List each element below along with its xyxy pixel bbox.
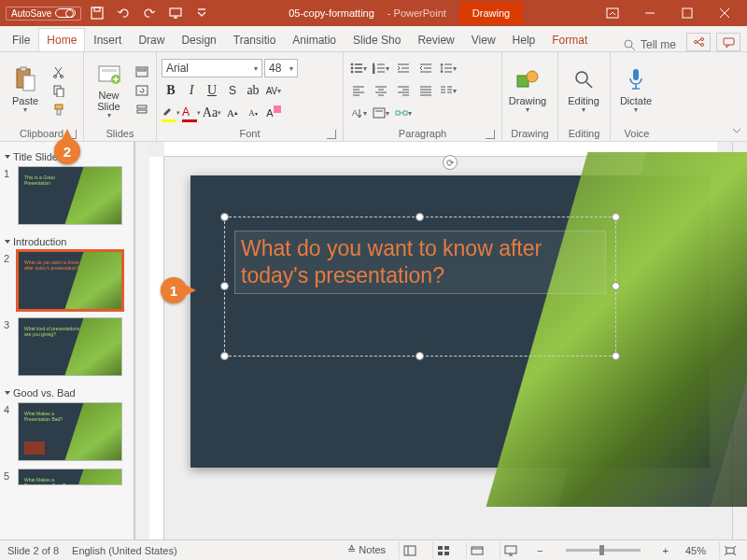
qat-customize-button[interactable] (191, 3, 212, 23)
title-text[interactable]: What do you want to know after today's p… (234, 231, 606, 294)
align-left-button[interactable] (348, 81, 369, 100)
zoom-out-button[interactable]: − (533, 545, 546, 556)
new-slide-button[interactable]: New Slide▾ (89, 59, 129, 122)
thumbnail-5[interactable]: What Makes a Presentation Good? (18, 469, 122, 485)
underline-button[interactable]: U (203, 81, 221, 100)
tab-insert[interactable]: Insert (85, 28, 130, 51)
collapse-ribbon-button[interactable] (730, 124, 743, 137)
notes-button[interactable]: ≙ Notes (347, 544, 386, 556)
grow-font-button[interactable]: A▴ (223, 104, 242, 122)
align-right-button[interactable] (393, 81, 414, 100)
tab-review[interactable]: Review (409, 28, 462, 51)
thumbnail-3[interactable]: What kind of presentations are you givin… (18, 317, 122, 376)
rotate-handle[interactable]: ⟳ (443, 155, 458, 170)
autosave-toggle[interactable]: AutoSave (6, 7, 81, 21)
resize-handle-ml[interactable] (220, 282, 229, 290)
align-text-button[interactable]: ▾ (371, 104, 391, 122)
tab-transitions[interactable]: Transitio (225, 28, 285, 51)
text-direction-button[interactable]: A▾ (348, 104, 369, 122)
font-family-selector[interactable]: Arial▾ (162, 59, 262, 77)
slide-thumbnails-pane[interactable]: Title Slide 1This Is a Great Presentatio… (0, 142, 134, 539)
align-center-button[interactable] (371, 81, 391, 100)
tab-view[interactable]: View (463, 28, 504, 51)
cut-button[interactable] (49, 63, 68, 80)
tab-animations[interactable]: Animatio (284, 28, 345, 51)
thumbnail-1[interactable]: This Is a Great Presentation (18, 166, 122, 225)
resize-handle-mr[interactable] (612, 282, 620, 290)
layout-button[interactable] (133, 63, 151, 80)
reading-view-button[interactable] (466, 542, 486, 559)
language-indicator[interactable]: English (United States) (72, 545, 177, 556)
tab-slideshow[interactable]: Slide Sho (345, 28, 409, 51)
slide-indicator[interactable]: Slide 2 of 8 (7, 545, 59, 556)
resize-handle-bm[interactable] (416, 352, 424, 360)
share-button[interactable] (686, 33, 711, 51)
maximize-button[interactable] (669, 0, 706, 26)
paste-button[interactable]: Paste▾ (5, 59, 46, 122)
resize-handle-bl[interactable] (220, 352, 229, 360)
tab-file[interactable]: File (4, 28, 38, 51)
paragraph-launcher[interactable] (486, 130, 495, 139)
change-case-button[interactable]: Aa▾ (203, 104, 221, 122)
redo-button[interactable] (139, 3, 160, 23)
line-spacing-button[interactable]: ▾ (438, 59, 458, 77)
shrink-font-button[interactable]: A▾ (244, 104, 262, 122)
section-introduction[interactable]: Introduction (4, 232, 130, 251)
dictate-button[interactable]: Dictate▾ (615, 59, 656, 122)
resize-handle-tr[interactable] (612, 213, 620, 221)
tab-format[interactable]: Format (543, 28, 596, 51)
thumbnail-4[interactable]: What Makes a Presentation Bad? (18, 402, 122, 461)
zoom-in-button[interactable]: + (659, 545, 672, 556)
resize-handle-tm[interactable] (416, 213, 424, 221)
font-size-selector[interactable]: 48▾ (264, 59, 298, 77)
start-slideshow-button[interactable] (165, 3, 186, 23)
section-button[interactable] (133, 101, 151, 118)
thumbnails-scrollbar[interactable] (134, 142, 149, 539)
strikethrough-button[interactable]: S (223, 81, 242, 100)
section-good-bad[interactable]: Good vs. Bad (4, 384, 130, 402)
ribbon-options-button[interactable] (594, 0, 631, 26)
justify-button[interactable] (416, 81, 436, 100)
italic-button[interactable]: I (182, 81, 201, 100)
format-painter-button[interactable] (49, 101, 68, 118)
numbering-button[interactable]: 123▾ (371, 59, 391, 77)
resize-handle-tl[interactable] (220, 213, 229, 221)
font-color-button[interactable]: A▾ (182, 104, 201, 122)
decrease-indent-button[interactable] (393, 59, 414, 77)
tell-me-search[interactable]: Tell me (616, 38, 684, 51)
increase-indent-button[interactable] (416, 59, 436, 77)
sorter-view-button[interactable] (432, 542, 453, 559)
tab-home[interactable]: Home (38, 28, 85, 51)
minimize-button[interactable] (631, 0, 669, 26)
shadow-button[interactable]: ab (244, 81, 262, 100)
zoom-percent[interactable]: 45% (685, 545, 706, 556)
columns-button[interactable]: ▾ (438, 81, 458, 100)
resize-handle-br[interactable] (612, 352, 620, 360)
copy-button[interactable] (49, 82, 68, 99)
undo-button[interactable] (113, 3, 134, 23)
bullets-button[interactable]: ▾ (348, 59, 369, 77)
title-textbox[interactable]: What do you want to know after today's p… (224, 217, 616, 357)
drawing-button[interactable]: Drawing▾ (507, 59, 548, 122)
normal-view-button[interactable] (399, 542, 419, 559)
character-spacing-button[interactable]: AV▾ (264, 81, 283, 100)
comments-button[interactable] (716, 33, 740, 51)
tab-design[interactable]: Design (173, 28, 224, 51)
save-button[interactable] (87, 3, 107, 23)
close-button[interactable] (706, 0, 743, 26)
smartart-button[interactable]: ▾ (393, 104, 414, 122)
slideshow-view-button[interactable] (500, 542, 520, 559)
slide-canvas-area[interactable]: ⟳ What do you want to know after today's… (149, 142, 732, 539)
font-launcher[interactable] (327, 130, 336, 139)
reset-slide-button[interactable] (133, 82, 151, 99)
tab-draw[interactable]: Draw (130, 28, 173, 51)
zoom-slider[interactable] (566, 549, 641, 552)
clear-formatting-button[interactable]: A (264, 104, 283, 122)
tab-help[interactable]: Help (504, 28, 544, 51)
thumbnail-2[interactable]: What do you want to know after today's p… (18, 251, 122, 310)
current-slide[interactable]: ⟳ What do you want to know after today's… (190, 175, 710, 468)
editing-button[interactable]: Editing▾ (563, 59, 604, 122)
bold-button[interactable]: B (162, 81, 180, 100)
fit-to-window-button[interactable] (719, 542, 740, 559)
highlight-button[interactable]: ▾ (162, 104, 180, 122)
